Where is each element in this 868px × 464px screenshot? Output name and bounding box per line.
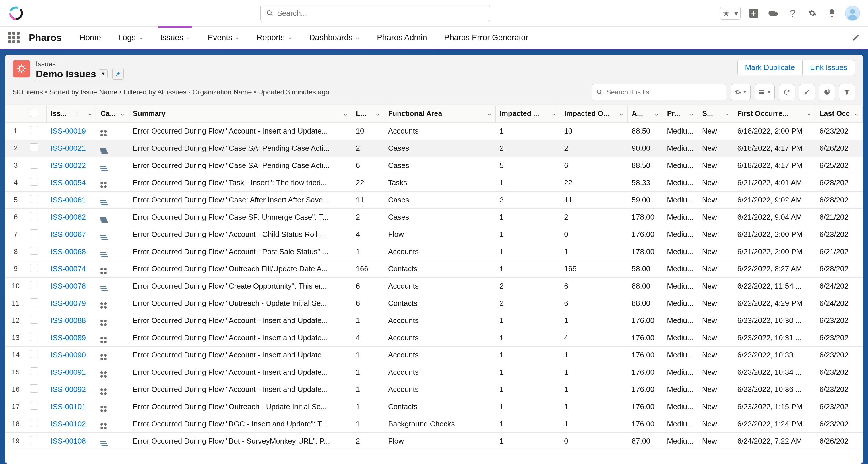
issue-name-cell[interactable]: ISS-00054 <box>46 174 96 191</box>
nav-item-reports[interactable]: Reports⌄ <box>255 27 293 49</box>
table-row[interactable]: 19ISS-00108Error Occurred During Flow "B… <box>5 432 863 450</box>
list-view-dropdown-icon[interactable]: ▼ <box>99 69 107 78</box>
row-checkbox[interactable] <box>26 174 47 191</box>
display-as-table-icon[interactable]: ▼ <box>755 84 775 100</box>
table-row[interactable]: 1ISS-00019Error Occurred During Flow "Ac… <box>5 122 863 140</box>
issue-name-cell[interactable]: ISS-00079 <box>46 295 96 312</box>
column-menu-chevron-icon[interactable]: ⌄ <box>552 111 556 117</box>
column-header[interactable]: Pr...⌄ <box>663 105 698 122</box>
setup-gear-icon[interactable] <box>806 7 818 20</box>
nav-item-issues[interactable]: Issues⌄ <box>158 26 192 48</box>
issue-name-cell[interactable]: ISS-00021 <box>46 140 96 157</box>
column-header[interactable]: S...⌄ <box>698 105 733 122</box>
row-checkbox[interactable] <box>26 226 47 243</box>
issue-name-cell[interactable]: ISS-00088 <box>46 312 96 329</box>
favorites-combo[interactable]: ★ ▾ <box>720 7 741 20</box>
global-search-input[interactable] <box>277 9 484 18</box>
row-checkbox[interactable] <box>26 277 47 295</box>
user-avatar[interactable] <box>845 6 860 21</box>
issue-name-cell[interactable]: ISS-00091 <box>46 364 96 381</box>
inline-edit-pencil-icon[interactable] <box>799 84 815 100</box>
list-settings-gear-icon[interactable]: ▼ <box>731 84 751 100</box>
chevron-down-icon[interactable]: ⌄ <box>186 34 191 41</box>
column-menu-chevron-icon[interactable]: ⌄ <box>120 111 125 117</box>
app-launcher-icon[interactable] <box>8 32 20 43</box>
column-menu-chevron-icon[interactable]: ⌄ <box>854 111 858 117</box>
table-row[interactable]: 12ISS-00088Error Occurred During Flow "A… <box>5 312 863 329</box>
nav-item-pharos-error-generator[interactable]: Pharos Error Generator <box>443 27 530 49</box>
column-menu-chevron-icon[interactable]: ⌄ <box>689 111 694 117</box>
row-checkbox[interactable] <box>26 381 47 398</box>
table-row[interactable]: 4ISS-00054Error Occurred During Flow "Ta… <box>5 174 863 191</box>
help-icon[interactable]: ? <box>786 7 799 20</box>
table-row[interactable]: 15ISS-00091Error Occurred During Flow "A… <box>5 364 863 381</box>
nav-item-dashboards[interactable]: Dashboards⌄ <box>307 27 361 49</box>
list-view-picker[interactable]: Demo Issues ▼ <box>36 68 124 81</box>
issue-name-cell[interactable]: ISS-00102 <box>46 415 96 432</box>
nav-item-logs[interactable]: Logs⌄ <box>117 27 145 49</box>
column-header[interactable]: Summary⌄ <box>129 105 352 122</box>
mark-duplicate-button[interactable]: Mark Duplicate <box>737 60 803 75</box>
table-row[interactable]: 17ISS-00101Error Occurred During Flow "O… <box>5 398 863 415</box>
column-header[interactable]: A...⌄ <box>627 105 663 122</box>
issue-name-cell[interactable]: ISS-00061 <box>46 191 96 209</box>
table-row[interactable]: 14ISS-00090Error Occurred During Flow "A… <box>5 346 863 364</box>
table-row[interactable]: 5ISS-00061Error Occurred During Flow "Ca… <box>5 191 863 209</box>
issue-name-cell[interactable]: ISS-00092 <box>46 381 96 398</box>
issue-name-cell[interactable]: ISS-00078 <box>46 277 96 295</box>
list-search-input[interactable] <box>606 88 722 96</box>
issue-name-cell[interactable]: ISS-00067 <box>46 226 96 243</box>
column-menu-chevron-icon[interactable]: ⌄ <box>619 111 623 117</box>
chevron-down-icon[interactable]: ⌄ <box>355 34 360 41</box>
row-checkbox[interactable] <box>26 398 47 415</box>
filter-icon[interactable] <box>839 84 855 100</box>
row-checkbox[interactable] <box>26 243 47 260</box>
table-row[interactable]: 3ISS-00022Error Occurred During Flow "Ca… <box>5 157 863 174</box>
row-checkbox[interactable] <box>26 140 47 157</box>
row-checkbox[interactable] <box>26 191 47 209</box>
row-checkbox[interactable] <box>26 346 47 364</box>
pin-icon[interactable] <box>112 68 124 80</box>
row-checkbox[interactable] <box>26 260 47 277</box>
star-icon[interactable]: ★ <box>720 9 732 18</box>
column-header[interactable]: Iss...↑⌄ <box>46 105 96 122</box>
refresh-icon[interactable] <box>779 84 795 100</box>
row-checkbox[interactable] <box>26 329 47 346</box>
column-header[interactable]: Ca...⌄ <box>96 105 129 122</box>
column-menu-chevron-icon[interactable]: ⌄ <box>375 111 380 117</box>
edit-nav-pencil-icon[interactable] <box>852 34 860 42</box>
table-row[interactable]: 6ISS-00062Error Occurred During Flow "Ca… <box>5 209 863 226</box>
column-menu-chevron-icon[interactable]: ⌄ <box>725 111 729 117</box>
issue-name-cell[interactable]: ISS-00068 <box>46 243 96 260</box>
column-menu-chevron-icon[interactable]: ⌄ <box>88 111 92 117</box>
salesforce-cloud-icon[interactable] <box>767 7 780 20</box>
link-issues-button[interactable]: Link Issues <box>802 60 855 75</box>
table-row[interactable]: 18ISS-00102Error Occurred During Flow "B… <box>5 415 863 432</box>
table-row[interactable]: 10ISS-00078Error Occurred During Flow "C… <box>5 277 863 295</box>
column-menu-chevron-icon[interactable]: ⌄ <box>654 111 659 117</box>
row-checkbox[interactable] <box>26 295 47 312</box>
column-header[interactable]: Last Occ⌄ <box>815 105 863 122</box>
issue-name-cell[interactable]: ISS-00074 <box>46 260 96 277</box>
row-checkbox[interactable] <box>26 122 47 140</box>
chevron-down-icon[interactable]: ⌄ <box>288 34 292 41</box>
global-search[interactable] <box>260 5 490 22</box>
column-menu-chevron-icon[interactable]: ⌄ <box>487 111 491 117</box>
table-row[interactable]: 16ISS-00092Error Occurred During Flow "A… <box>5 381 863 398</box>
add-icon[interactable] <box>747 7 760 20</box>
table-row[interactable]: 11ISS-00079Error Occurred During Flow "O… <box>5 295 863 312</box>
nav-item-events[interactable]: Events⌄ <box>206 27 241 49</box>
column-menu-chevron-icon[interactable]: ⌄ <box>807 111 811 117</box>
nav-item-home[interactable]: Home <box>78 27 103 49</box>
column-header[interactable]: First Occurre...⌄ <box>733 105 815 122</box>
nav-item-pharos-admin[interactable]: Pharos Admin <box>375 27 429 49</box>
row-checkbox[interactable] <box>26 364 47 381</box>
issue-name-cell[interactable]: ISS-00022 <box>46 157 96 174</box>
col-select-all[interactable] <box>26 105 47 122</box>
column-menu-chevron-icon[interactable]: ⌄ <box>343 111 348 117</box>
column-header[interactable]: Functional Area⌄ <box>384 105 496 122</box>
table-row[interactable]: 13ISS-00089Error Occurred During Flow "A… <box>5 329 863 346</box>
chevron-down-icon[interactable]: ▾ <box>732 9 740 18</box>
row-checkbox[interactable] <box>26 432 47 450</box>
column-header[interactable]: L...⌄ <box>352 105 384 122</box>
